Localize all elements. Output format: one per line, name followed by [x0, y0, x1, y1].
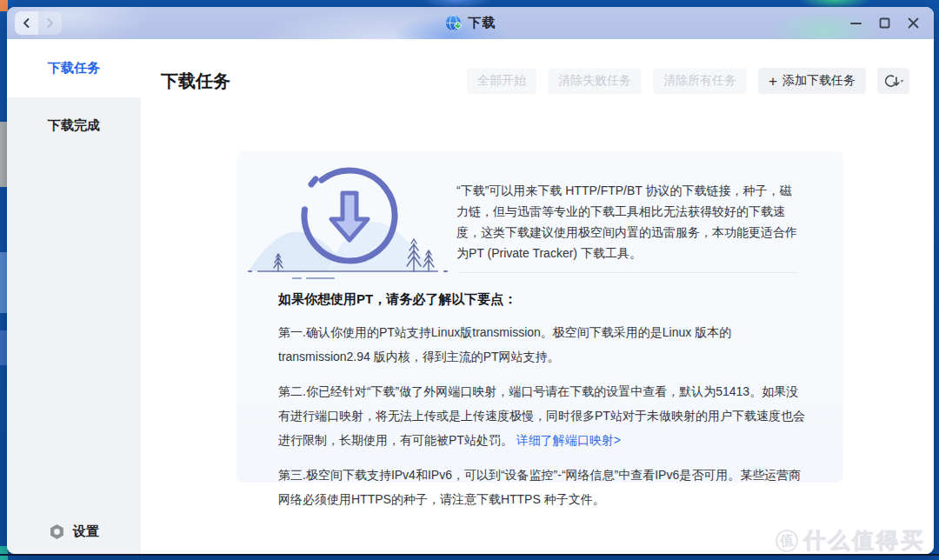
- toolbar: 全部开始 清除失败任务 清除所有任务 + 添加下载任务: [467, 68, 909, 94]
- title-wrap: 下载: [7, 7, 934, 39]
- start-all-button[interactable]: 全部开始: [467, 68, 536, 94]
- desktop-edge-orange: [0, 0, 8, 11]
- card-divider: [459, 272, 796, 273]
- back-button[interactable]: [15, 11, 38, 35]
- chevron-right-icon: [45, 18, 55, 28]
- nav-pill: [15, 11, 62, 35]
- pt-point-2: 第二.你已经针对“下载”做了外网端口映射，端口号请在下载的设置中查看，默认为51…: [278, 379, 807, 452]
- sort-by-time-icon: [882, 74, 904, 89]
- add-download-task-label: 添加下载任务: [782, 73, 856, 89]
- main-header: 下载任务 全部开始 清除失败任务 清除所有任务 + 添加下载任务: [161, 68, 909, 94]
- maximize-icon: [879, 17, 890, 29]
- plus-icon: +: [769, 74, 777, 89]
- main-content: 下载任务 全部开始 清除失败任务 清除所有任务 + 添加下载任务: [141, 39, 934, 554]
- minimize-icon: [850, 17, 862, 29]
- chevron-left-icon: [22, 18, 31, 28]
- forward-button[interactable]: [38, 11, 62, 35]
- clear-failed-button[interactable]: 清除失败任务: [548, 68, 642, 94]
- pt-notes-heading: 如果你想使用PT，请务必了解以下要点：: [278, 291, 807, 308]
- window-controls: [847, 7, 922, 39]
- page-title: 下载任务: [161, 70, 230, 93]
- minimize-button[interactable]: [847, 15, 864, 32]
- clear-all-button[interactable]: 清除所有任务: [653, 68, 747, 94]
- download-illustration: [243, 160, 452, 282]
- gear-icon: [49, 523, 65, 540]
- pt-point-1-text: 第一.确认你使用的PT站支持Linux版transmission。极空间下载采用…: [278, 325, 731, 363]
- window-body: 下载任务 下载完成 设置 下载任务 全部开始 清除失败任务 清除所有任务: [7, 39, 934, 554]
- maximize-button[interactable]: [876, 15, 893, 32]
- pt-point-3-text: 第三.极空间下载支持IPv4和IPv6，可以到“设备监控”-“网络信息”中查看I…: [278, 468, 801, 506]
- sort-order-button[interactable]: [877, 68, 909, 94]
- pt-notes-section: 如果你想使用PT，请务必了解以下要点： 第一.确认你使用的PT站支持Linux版…: [278, 291, 807, 522]
- pt-point-1: 第一.确认你使用的PT站支持Linux版transmission。极空间下载采用…: [278, 320, 807, 369]
- sidebar-item-download-complete[interactable]: 下载完成: [7, 97, 141, 153]
- titlebar: 下载: [7, 7, 934, 39]
- settings-label: 设置: [73, 523, 99, 540]
- port-mapping-link[interactable]: 详细了解端口映射>: [516, 433, 621, 447]
- sidebar-item-label: 下载任务: [48, 60, 100, 77]
- sidebar-item-label: 下载完成: [48, 117, 100, 134]
- desktop-bottom-line: [0, 554, 939, 556]
- download-app-globe-icon: [445, 15, 463, 32]
- settings-button[interactable]: 设置: [7, 523, 141, 540]
- download-info-card: “下载”可以用来下载 HTTP/FTP/BT 协议的下载链接，种子，磁力链，但与…: [236, 151, 843, 483]
- pt-point-3: 第三.极空间下载支持IPv4和IPv6，可以到“设备监控”-“网络信息”中查看I…: [278, 463, 807, 511]
- close-icon: [908, 17, 919, 29]
- add-download-task-button[interactable]: + 添加下载任务: [758, 68, 866, 94]
- download-intro-text: “下载”可以用来下载 HTTP/FTP/BT 协议的下载链接，种子，磁力链，但与…: [456, 180, 802, 263]
- sidebar-item-download-tasks[interactable]: 下载任务: [7, 39, 141, 97]
- window-title: 下载: [469, 15, 496, 31]
- close-button[interactable]: [904, 15, 922, 32]
- app-window: 下载 下载任务: [7, 7, 934, 554]
- sidebar: 下载任务 下载完成 设置: [7, 39, 141, 554]
